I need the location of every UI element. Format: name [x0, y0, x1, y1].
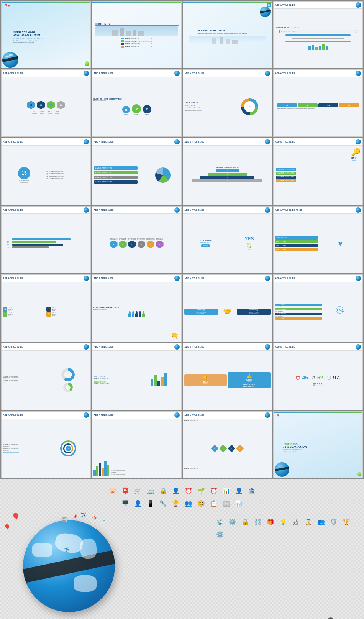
- settings-icon: ⚙️: [215, 529, 225, 540]
- alarm-icon: ⏰: [208, 485, 219, 496]
- person-icon: 👤: [171, 485, 181, 496]
- slide-14-label: ADD A TITLE SLIDE: [94, 209, 114, 211]
- slide-6[interactable]: ADD A TITLE SLIDE CLICK TO HERE INSERT T…: [92, 69, 182, 136]
- chart-icon: 📊: [221, 485, 232, 496]
- shield-icon: 🛡️: [328, 516, 339, 527]
- clock-icon: ⏰: [183, 485, 194, 496]
- asset-icons-right: 📡 ⚙️ 🔒 ⛓️ 🎁 💡 🔬 ⌛ 👥 🛡️ 🏆 ⚙️: [215, 516, 360, 540]
- bar-chart-icon: 📊: [234, 498, 244, 509]
- monitor-icon: 🖥️: [120, 498, 131, 509]
- globe-dice: 🎲: [92, 516, 97, 520]
- asset-row-1: 🐷 📮 🛒 🚐 🔒 👤 ⏰ 🌱 ⏰ 📊 👤 🏦: [4, 485, 360, 496]
- slide-11-label: ADD A TITLE SLIDE: [185, 141, 205, 143]
- trophy2-icon: 🏆: [341, 516, 352, 527]
- globe-card: 🃏: [102, 519, 106, 523]
- slide-14[interactable]: ADD A TITLE SLIDE OPTIONS(01) A OPTIONS(…: [92, 206, 182, 273]
- slide-23[interactable]: ADD A TITLE SLIDE 👎 Bad! 16,789 👍 Good! …: [183, 343, 272, 410]
- slide-7-label: ADD A TITLE SLIDE: [185, 72, 205, 74]
- chain-icon: ⛓️: [253, 516, 263, 527]
- slide-1-cover[interactable]: 🎈 🎈 WIDE PPT 29SET PRESENTATION POWER PP…: [1, 1, 91, 68]
- slide-12-label: ADD A TITLE SLIDE: [275, 141, 295, 143]
- people2-icon: 👥: [316, 516, 326, 527]
- smile-icon: 😊: [196, 498, 207, 509]
- globe-plane: ✈️: [80, 512, 86, 518]
- lock2-icon: 🔒: [240, 516, 251, 527]
- bank-icon: 🏦: [246, 485, 257, 496]
- slide-26[interactable]: ADD A TITLE SLIDE ASADAL INTERNET INC. t…: [92, 411, 182, 478]
- bulb-icon: 💡: [278, 516, 289, 527]
- slide-19-label: ADD A TITLE SLIDE: [185, 277, 205, 279]
- slide-2-contents[interactable]: CONTENTS ASADAL INTERNET INC. ..........…: [92, 1, 182, 68]
- plant-icon: 🌱: [196, 485, 207, 496]
- truck-icon: 🚐: [145, 485, 156, 496]
- slide-3-subtitle[interactable]: 01 INSERT SUB TITLE Asadal has been runn…: [183, 1, 272, 68]
- slide-11[interactable]: ADD A TITLE SLIDE CLICK TO HERE INSERT T…: [183, 138, 272, 205]
- slide-19[interactable]: ADD A TITLE SLIDE OPTIONS(A) CLICK TO HE…: [183, 274, 272, 342]
- stick-figures-area: [291, 616, 341, 619]
- slide-25-label: ADD A TITLE SLIDE: [3, 414, 23, 416]
- post-icon: 📮: [120, 485, 131, 496]
- slide-23-label: ADD A TITLE SLIDE: [185, 346, 205, 348]
- slide-9[interactable]: ADD A TITLE SLIDE 15 CLICK TO HEREINSERT…: [1, 138, 91, 205]
- asset-row-2: 🖥️ 👤 📱 🔧 🏆 👥 😊 📋 🏢 📊: [4, 498, 360, 509]
- building-icon: 🏢: [221, 498, 232, 509]
- slide-17[interactable]: ADD A TITLE SLIDE 📋 CLICKINSERTTITLE 🔧 C…: [1, 274, 91, 342]
- slide-21[interactable]: ADD A TITLE SLIDE ASADAL INTERNET INC. t…: [1, 343, 91, 410]
- microscope-icon: 🔬: [290, 516, 301, 527]
- group-icon: 👥: [183, 498, 194, 509]
- slide-24-label: ADD A TITLE SLIDE: [275, 346, 295, 348]
- user-icon: 👤: [234, 485, 244, 496]
- tablet-icon: 📱: [145, 498, 156, 509]
- globe-flag: 📌: [73, 514, 77, 519]
- people-icon: 👤: [133, 498, 143, 509]
- globe-building-1: 🏢: [61, 516, 68, 522]
- slide-5[interactable]: ADD A TITLE SLIDE 📱 💻 🌐 📧 TITLEtext here…: [1, 69, 91, 136]
- slide-24[interactable]: ADD A TITLE SLIDE ⏰ 45. ⏱ 62. 🕐 97.: [273, 343, 363, 410]
- slide-13[interactable]: ADD A TITLE SLIDE 01 02 03 04: [1, 206, 91, 273]
- assets-section: 🐷 📮 🛒 🚐 🔒 👤 ⏰ 🌱 ⏰ 📊 👤 🏦 🖥️ 👤 📱 🔧 🏆 👥 😊 📋…: [0, 479, 364, 619]
- stick-figure-2: [320, 616, 341, 619]
- slide-10-label: ADD A TITLE SLIDE: [94, 141, 114, 143]
- slide-12[interactable]: ADD A TITLE SLIDE 🔑 KEY POINT 01 ASADAL …: [273, 138, 363, 205]
- tools-icon: 🔧: [158, 498, 169, 509]
- slide-28-thankyou[interactable]: 🎈 Thank you PRESENTATION POWER PPT PRESE…: [273, 411, 363, 478]
- hourglass-icon: ⌛: [303, 516, 314, 527]
- balloon-orange: 🎈: [4, 524, 10, 530]
- piggy-bank-icon: 🐷: [107, 485, 118, 496]
- slide-22-label: ADD A TITLE SLIDE: [94, 346, 114, 348]
- large-globe-area: 🎈 ✈️ 🏢 📌 ✈️ 🎲 🃏 🎈 🎈 📡 ⚙️ 🔒 ⛓️ 🎁 💡 🔬 ⌛: [4, 512, 360, 619]
- slide-10[interactable]: ADD A TITLE SLIDE ASADAL INTERNET INC. A…: [92, 138, 182, 205]
- slide-20[interactable]: ADD A TITLE SLIDE CLICK TO ADD text here…: [273, 274, 363, 342]
- slide-7[interactable]: ADD A TITLE SLIDE CLICK TO HERE INSERT T…: [183, 69, 272, 136]
- slide-22[interactable]: ADD A TITLE SLIDE CLICK TO TEST ASADAL I…: [92, 343, 182, 410]
- slide-5-label: ADD A TITLE SLIDE: [3, 72, 23, 74]
- wifi-icon: 📡: [215, 516, 225, 527]
- slide-8[interactable]: ADD A TITLE SLIDE 01 02 03 04 Insert tex…: [273, 69, 363, 136]
- lock-icon: 🔒: [158, 485, 169, 496]
- slide-4-label: ADD A TITLE SLIDE: [275, 4, 295, 6]
- slide-20-label: ADD A TITLE SLIDE: [275, 277, 295, 279]
- slide-27-label: ADD A TITLE SLIDE: [185, 414, 205, 416]
- slide-13-label: ADD A TITLE SLIDE: [3, 209, 23, 211]
- cart-icon: 🛒: [133, 485, 143, 496]
- slide-15[interactable]: ADD A TITLE SLIDE CLICK TO HERE INSERT T…: [183, 206, 272, 273]
- slide-25[interactable]: ADD A TITLE SLIDE ASADAL INTERNET INC. t…: [1, 411, 91, 478]
- gear2-icon: ⚙️: [227, 516, 238, 527]
- slide-18-label: ADD A TITLE SLIDE: [94, 277, 114, 279]
- slide-6-label: ADD A TITLE SLIDE: [94, 72, 114, 74]
- large-globe-sphere: 🎈 ✈️: [23, 520, 115, 612]
- slide-8-label: ADD A TITLE SLIDE: [275, 72, 295, 74]
- slide-17-label: ADD A TITLE SLIDE: [3, 277, 23, 279]
- clipboard-icon: 📋: [208, 498, 219, 509]
- trophy-icon: 🏆: [171, 498, 181, 509]
- slide-16[interactable]: ADD A TITLE SLIDE POINT CLICK TO ADD CLI…: [273, 206, 363, 273]
- slide-15-label: ADD A TITLE SLIDE: [185, 209, 205, 211]
- svg-point-8: [327, 617, 334, 619]
- gift-icon: 🎁: [265, 516, 276, 527]
- slides-grid: 🎈 🎈 WIDE PPT 29SET PRESENTATION POWER PP…: [0, 0, 364, 479]
- slide-4[interactable]: ADD A TITLE SLIDE "ADD A SUB TITLE SLIDE…: [273, 1, 363, 68]
- slide-18[interactable]: ADD A TITLE SLIDE CLICK TO HERE INSERT T…: [92, 274, 182, 342]
- slide-9-label: ADD A TITLE SLIDE: [3, 141, 23, 143]
- slide-16-label: ADD A TITLE SLIDE POINT: [275, 209, 302, 211]
- slide-27[interactable]: ADD A TITLE SLIDE ASADAL INTERNET INC. A…: [183, 411, 272, 478]
